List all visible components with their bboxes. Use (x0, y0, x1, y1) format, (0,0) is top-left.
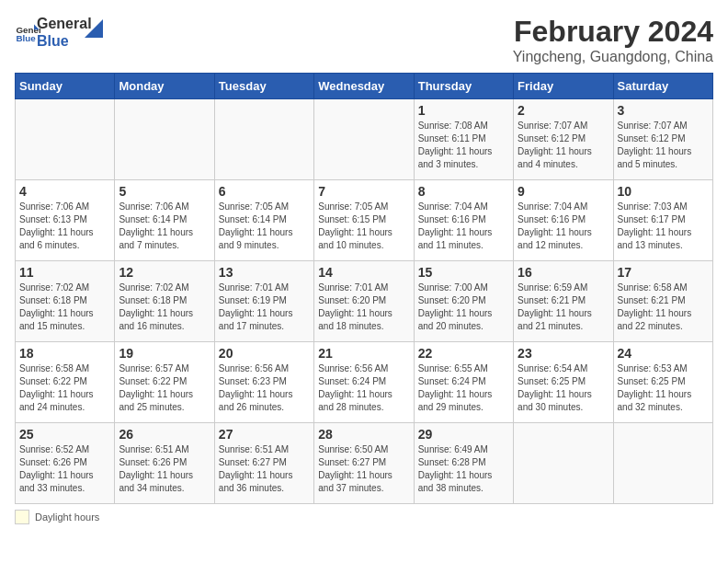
title-area: February 2024 Yingcheng, Guangdong, Chin… (513, 15, 713, 65)
day-info: Sunrise: 6:49 AM Sunset: 6:28 PM Dayligh… (418, 443, 509, 495)
day-info: Sunrise: 7:02 AM Sunset: 6:18 PM Dayligh… (119, 282, 210, 333)
calendar-day-cell: 3Sunrise: 7:07 AM Sunset: 6:12 PM Daylig… (613, 99, 712, 180)
day-info: Sunrise: 7:06 AM Sunset: 6:13 PM Dayligh… (19, 201, 110, 252)
day-of-week-header: Tuesday (214, 74, 313, 99)
day-info: Sunrise: 7:08 AM Sunset: 6:11 PM Dayligh… (418, 120, 509, 171)
day-info: Sunrise: 6:57 AM Sunset: 6:22 PM Dayligh… (119, 362, 210, 414)
calendar-day-cell: 20Sunrise: 6:56 AM Sunset: 6:23 PM Dayli… (214, 342, 313, 423)
day-info: Sunrise: 7:05 AM Sunset: 6:15 PM Dayligh… (318, 201, 409, 252)
day-number: 15 (418, 265, 509, 280)
day-number: 10 (618, 184, 709, 199)
day-info: Sunrise: 6:53 AM Sunset: 6:25 PM Dayligh… (618, 362, 709, 414)
calendar-day-cell: 16Sunrise: 6:59 AM Sunset: 6:21 PM Dayli… (514, 261, 613, 342)
logo-triangle-icon (85, 19, 103, 38)
day-info: Sunrise: 6:58 AM Sunset: 6:22 PM Dayligh… (19, 362, 110, 414)
calendar-day-cell (16, 99, 115, 180)
day-number: 1 (418, 103, 509, 118)
day-info: Sunrise: 7:01 AM Sunset: 6:20 PM Dayligh… (318, 282, 409, 333)
day-number: 23 (518, 346, 609, 361)
calendar-day-cell: 4Sunrise: 7:06 AM Sunset: 6:13 PM Daylig… (16, 180, 115, 261)
day-number: 27 (219, 427, 310, 442)
legend-label: Daylight hours (35, 511, 99, 523)
logo: General Blue General Blue (15, 15, 103, 50)
day-number: 11 (19, 265, 110, 280)
day-of-week-header: Sunday (16, 74, 115, 99)
day-info: Sunrise: 6:51 AM Sunset: 6:27 PM Dayligh… (219, 443, 310, 495)
calendar-day-cell (613, 423, 712, 504)
calendar-day-cell: 2Sunrise: 7:07 AM Sunset: 6:12 PM Daylig… (514, 99, 613, 180)
legend-box (15, 510, 29, 524)
day-number: 24 (618, 346, 709, 361)
calendar-day-cell: 26Sunrise: 6:51 AM Sunset: 6:26 PM Dayli… (115, 423, 214, 504)
svg-text:Blue: Blue (16, 33, 36, 43)
svg-marker-3 (85, 19, 103, 38)
day-info: Sunrise: 6:58 AM Sunset: 6:21 PM Dayligh… (618, 282, 709, 333)
day-number: 9 (518, 184, 609, 199)
day-of-week-header: Monday (115, 74, 214, 99)
calendar-week-row: 4Sunrise: 7:06 AM Sunset: 6:13 PM Daylig… (16, 180, 713, 261)
day-info: Sunrise: 6:51 AM Sunset: 6:26 PM Dayligh… (119, 443, 210, 495)
legend: Daylight hours (15, 510, 713, 524)
day-number: 16 (518, 265, 609, 280)
calendar-day-cell: 23Sunrise: 6:54 AM Sunset: 6:25 PM Dayli… (514, 342, 613, 423)
day-info: Sunrise: 7:02 AM Sunset: 6:18 PM Dayligh… (19, 282, 110, 333)
calendar-week-row: 1Sunrise: 7:08 AM Sunset: 6:11 PM Daylig… (16, 99, 713, 180)
calendar-day-cell: 10Sunrise: 7:03 AM Sunset: 6:17 PM Dayli… (613, 180, 712, 261)
day-info: Sunrise: 7:04 AM Sunset: 6:16 PM Dayligh… (418, 201, 509, 252)
calendar-day-cell (314, 99, 414, 180)
day-info: Sunrise: 7:03 AM Sunset: 6:17 PM Dayligh… (618, 201, 709, 252)
month-year-title: February 2024 (513, 15, 713, 49)
calendar-day-cell: 13Sunrise: 7:01 AM Sunset: 6:19 PM Dayli… (214, 261, 313, 342)
day-info: Sunrise: 6:52 AM Sunset: 6:26 PM Dayligh… (19, 443, 110, 495)
day-info: Sunrise: 6:59 AM Sunset: 6:21 PM Dayligh… (518, 282, 609, 333)
day-number: 26 (119, 427, 210, 442)
calendar-day-cell: 6Sunrise: 7:05 AM Sunset: 6:14 PM Daylig… (214, 180, 313, 261)
day-number: 28 (318, 427, 409, 442)
calendar-day-cell (115, 99, 214, 180)
day-info: Sunrise: 6:55 AM Sunset: 6:24 PM Dayligh… (418, 362, 509, 414)
day-info: Sunrise: 6:50 AM Sunset: 6:27 PM Dayligh… (318, 443, 409, 495)
day-number: 12 (119, 265, 210, 280)
day-number: 8 (418, 184, 509, 199)
calendar-day-cell: 28Sunrise: 6:50 AM Sunset: 6:27 PM Dayli… (314, 423, 414, 504)
day-number: 22 (418, 346, 509, 361)
day-number: 25 (19, 427, 110, 442)
day-number: 20 (219, 346, 310, 361)
calendar-day-cell: 17Sunrise: 6:58 AM Sunset: 6:21 PM Dayli… (613, 261, 712, 342)
day-number: 29 (418, 427, 509, 442)
calendar-day-cell: 21Sunrise: 6:56 AM Sunset: 6:24 PM Dayli… (314, 342, 414, 423)
day-number: 19 (119, 346, 210, 361)
calendar-day-cell (514, 423, 613, 504)
day-of-week-header: Friday (514, 74, 613, 99)
day-number: 3 (618, 103, 709, 118)
calendar-day-cell: 12Sunrise: 7:02 AM Sunset: 6:18 PM Dayli… (115, 261, 214, 342)
calendar-day-cell: 27Sunrise: 6:51 AM Sunset: 6:27 PM Dayli… (214, 423, 313, 504)
calendar-day-cell: 9Sunrise: 7:04 AM Sunset: 6:16 PM Daylig… (514, 180, 613, 261)
day-info: Sunrise: 7:00 AM Sunset: 6:20 PM Dayligh… (418, 282, 509, 333)
calendar-day-cell: 18Sunrise: 6:58 AM Sunset: 6:22 PM Dayli… (16, 342, 115, 423)
calendar-day-cell: 11Sunrise: 7:02 AM Sunset: 6:18 PM Dayli… (16, 261, 115, 342)
calendar-day-cell: 1Sunrise: 7:08 AM Sunset: 6:11 PM Daylig… (414, 99, 513, 180)
day-info: Sunrise: 7:06 AM Sunset: 6:14 PM Dayligh… (119, 201, 210, 252)
day-number: 6 (219, 184, 310, 199)
calendar-table: SundayMondayTuesdayWednesdayThursdayFrid… (15, 73, 713, 504)
day-of-week-header: Thursday (414, 74, 513, 99)
calendar-day-cell: 15Sunrise: 7:00 AM Sunset: 6:20 PM Dayli… (414, 261, 513, 342)
calendar-day-cell: 8Sunrise: 7:04 AM Sunset: 6:16 PM Daylig… (414, 180, 513, 261)
location-subtitle: Yingcheng, Guangdong, China (513, 49, 713, 65)
day-info: Sunrise: 7:07 AM Sunset: 6:12 PM Dayligh… (618, 120, 709, 171)
calendar-week-row: 18Sunrise: 6:58 AM Sunset: 6:22 PM Dayli… (16, 342, 713, 423)
calendar-header-row: SundayMondayTuesdayWednesdayThursdayFrid… (16, 74, 713, 99)
day-number: 7 (318, 184, 409, 199)
calendar-week-row: 11Sunrise: 7:02 AM Sunset: 6:18 PM Dayli… (16, 261, 713, 342)
day-number: 2 (518, 103, 609, 118)
day-number: 21 (318, 346, 409, 361)
logo-blue: Blue (37, 32, 69, 50)
calendar-day-cell: 19Sunrise: 6:57 AM Sunset: 6:22 PM Dayli… (115, 342, 214, 423)
calendar-day-cell: 29Sunrise: 6:49 AM Sunset: 6:28 PM Dayli… (414, 423, 513, 504)
day-info: Sunrise: 7:07 AM Sunset: 6:12 PM Dayligh… (518, 120, 609, 171)
day-info: Sunrise: 7:05 AM Sunset: 6:14 PM Dayligh… (219, 201, 310, 252)
day-number: 14 (318, 265, 409, 280)
day-number: 13 (219, 265, 310, 280)
calendar-day-cell: 24Sunrise: 6:53 AM Sunset: 6:25 PM Dayli… (613, 342, 712, 423)
